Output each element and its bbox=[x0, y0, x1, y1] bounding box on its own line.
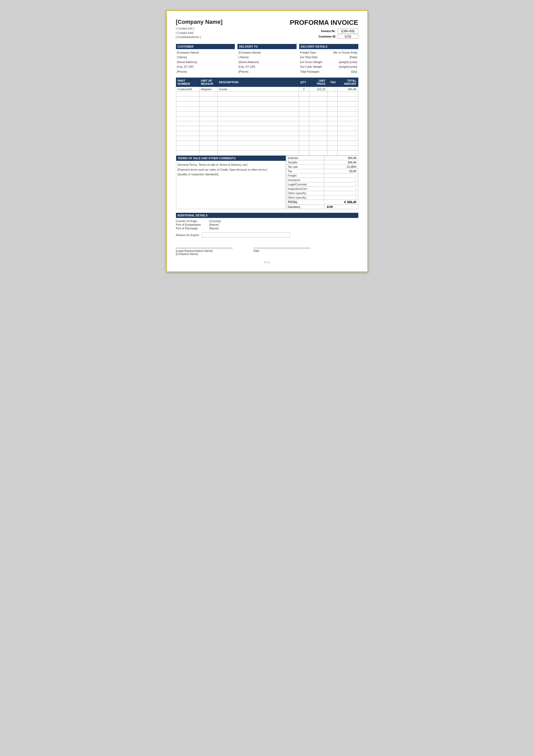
cell-tax bbox=[327, 146, 337, 151]
legal-value: - bbox=[324, 182, 358, 187]
cell-total: - bbox=[337, 111, 358, 116]
customer-id-label: Customer ID bbox=[318, 35, 335, 38]
company-info: [ Contact info ] [ Contact info] [ Email… bbox=[176, 26, 223, 39]
cell-price: 152,23 bbox=[309, 87, 327, 92]
sig-block-rep: [Legal Representative Name] [Company Nam… bbox=[176, 248, 233, 256]
items-table: PARTNUMBER UNIT OFMEASUR DESCRIPTION QTY… bbox=[176, 78, 358, 156]
additional-grid: Country of Origin [Country] Port of Emba… bbox=[176, 220, 358, 230]
contact-1: [ Contact info ] bbox=[176, 26, 223, 31]
col-unit-price: UNITPRICE bbox=[309, 78, 327, 87]
cell-tax bbox=[327, 141, 337, 146]
table-row: - bbox=[176, 141, 358, 146]
cell-part bbox=[176, 107, 199, 111]
customer-name: [ Name] bbox=[176, 55, 235, 60]
additional-header: ADDITIONAL DETAILS bbox=[176, 213, 358, 218]
col-tax: TAX bbox=[327, 78, 337, 87]
terms-line3: [Quality or Inspection standards] bbox=[178, 172, 284, 177]
cell-tax bbox=[327, 136, 337, 141]
cell-desc bbox=[217, 141, 299, 146]
discharge-value: [Name] bbox=[210, 227, 358, 230]
terms-content: [General Terms, Terms of sale or Terms o… bbox=[176, 161, 286, 178]
table-row: - bbox=[176, 126, 358, 131]
customer-box: CUSTOMER [Company Name] [ Name] [Street … bbox=[176, 44, 235, 74]
cell-desc bbox=[217, 131, 299, 136]
invoice-nr-label: Invoice Nr. bbox=[321, 30, 336, 33]
cell-price bbox=[309, 107, 327, 111]
inspection-label: Inspection/Cert. bbox=[286, 187, 324, 191]
inspection-value: - bbox=[324, 187, 358, 191]
header: [Company Name] [ Contact info ] [ Contac… bbox=[176, 19, 358, 39]
freight-type-row: Freight Type [Air or Ocean freig] bbox=[299, 50, 358, 55]
reason-input[interactable] bbox=[202, 232, 290, 238]
cell-unit bbox=[199, 126, 217, 131]
cell-price bbox=[309, 136, 327, 141]
cell-qty bbox=[299, 102, 309, 107]
cell-total: - bbox=[337, 92, 358, 97]
cell-qty bbox=[299, 126, 309, 131]
packages-value: [Qty] bbox=[351, 69, 357, 74]
cell-part: CustomerB bbox=[176, 87, 199, 92]
cell-tax bbox=[327, 97, 337, 102]
cell-qty bbox=[299, 116, 309, 121]
cell-desc bbox=[217, 102, 299, 107]
cell-price bbox=[309, 102, 327, 107]
cell-total: - bbox=[337, 151, 358, 156]
table-row: - bbox=[176, 107, 358, 111]
customer-id-value: [123] bbox=[338, 34, 358, 39]
cell-tax bbox=[327, 131, 337, 136]
cell-price bbox=[309, 116, 327, 121]
packages-label: Total Packages bbox=[300, 69, 319, 74]
other1-row: Other (specify) - bbox=[286, 191, 358, 196]
tax-row: Tax 63,94 bbox=[286, 169, 358, 174]
insurance-row: Insurance - bbox=[286, 178, 358, 182]
cell-tax bbox=[327, 151, 337, 156]
cell-desc bbox=[217, 107, 299, 111]
cell-unit bbox=[199, 107, 217, 111]
cell-unit bbox=[199, 151, 217, 156]
invoice-title: PROFORMA INVOICE bbox=[290, 19, 358, 27]
cell-qty bbox=[299, 107, 309, 111]
cell-total: - bbox=[337, 146, 358, 151]
sig-rep-label: [Legal Representative Name] bbox=[176, 249, 233, 252]
tax-rate-row: Tax rate 21,00% bbox=[286, 165, 358, 169]
ship-date-label: Est Ship Date bbox=[300, 55, 318, 60]
customer-city: [City, ST ZIP] bbox=[176, 65, 235, 69]
tax-label: Tax bbox=[286, 169, 324, 174]
other1-label: Other (specify) bbox=[286, 191, 324, 196]
cell-price bbox=[309, 126, 327, 131]
terms-line2: [Payment terms such as Letter of Credit,… bbox=[178, 167, 284, 172]
email: [ Email/website/etc ] bbox=[176, 35, 223, 39]
delivery-company: [Company Name] bbox=[238, 50, 296, 55]
cell-desc bbox=[217, 136, 299, 141]
cell-total: - bbox=[337, 97, 358, 102]
delivery-details-header: DELIVERY DETAILS bbox=[299, 44, 358, 49]
inspection-row: Inspection/Cert. - bbox=[286, 187, 358, 191]
taxable-value: 304,46 bbox=[324, 160, 358, 165]
cell-unit: kilogram bbox=[199, 87, 217, 92]
delivery-name: [ Name] bbox=[238, 55, 296, 60]
cell-price bbox=[309, 151, 327, 156]
cell-total: - bbox=[337, 121, 358, 126]
cell-unit bbox=[199, 121, 217, 126]
country-value: [Country] bbox=[210, 220, 358, 223]
subtotal-value: 304,46 bbox=[324, 156, 358, 160]
cell-tax bbox=[327, 92, 337, 97]
legal-label: Legal/Consular bbox=[286, 182, 324, 187]
total-row: TOTAL € 368,40 bbox=[286, 200, 358, 205]
cell-unit bbox=[199, 111, 217, 116]
terms-box: TERMS OF SALE AND OTHER COMMENTS [Genera… bbox=[176, 156, 286, 209]
cell-total: - bbox=[337, 102, 358, 107]
cell-part bbox=[176, 97, 199, 102]
customer-header: CUSTOMER bbox=[176, 44, 235, 49]
cell-qty: 2 bbox=[299, 87, 309, 92]
table-row: - bbox=[176, 151, 358, 156]
other2-value: - bbox=[324, 196, 358, 200]
currency-row: Currency EUR bbox=[286, 205, 358, 209]
delivery-address: [Street Address] bbox=[238, 60, 296, 65]
reason-label: Reason for Export: bbox=[176, 233, 200, 236]
cell-tax bbox=[327, 107, 337, 111]
tax-rate-value: 21,00% bbox=[324, 165, 358, 169]
embarkation-value: [Name] bbox=[210, 223, 358, 226]
cell-unit bbox=[199, 97, 217, 102]
cell-part bbox=[176, 136, 199, 141]
